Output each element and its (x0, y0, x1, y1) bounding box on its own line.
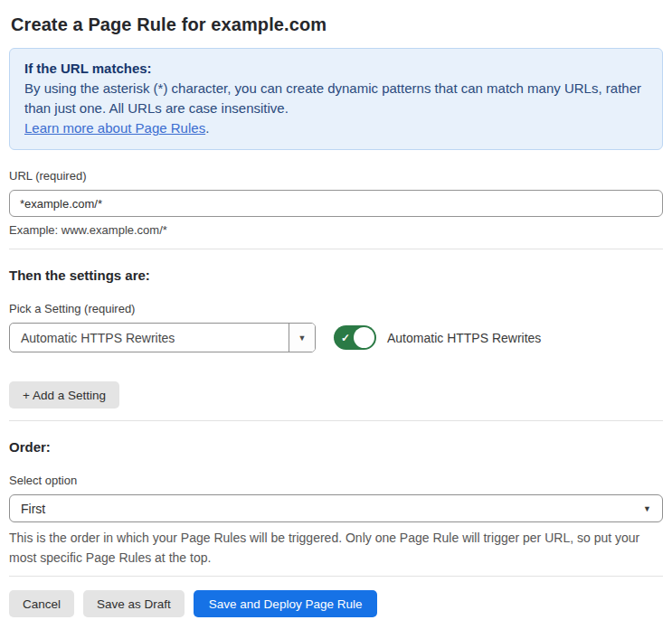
save-deploy-button[interactable]: Save and Deploy Page Rule (194, 590, 378, 617)
divider (9, 576, 663, 577)
info-box-link-line: Learn more about Page Rules. (24, 118, 648, 138)
save-draft-button[interactable]: Save as Draft (83, 590, 185, 617)
url-matches-info-box: If the URL matches: By using the asteris… (9, 48, 663, 150)
order-section-heading: Order: (9, 439, 663, 455)
setting-toggle[interactable]: ✓ (334, 325, 376, 350)
add-setting-button[interactable]: + Add a Setting (9, 381, 119, 409)
setting-row: Automatic HTTPS Rewrites ▼ ✓ Automatic H… (9, 323, 663, 352)
settings-section-heading: Then the settings are: (9, 268, 663, 283)
setting-dropdown-value: Automatic HTTPS Rewrites (10, 324, 289, 352)
action-bar: Cancel Save as Draft Save and Deploy Pag… (9, 590, 663, 617)
chevron-down-icon: ▼ (643, 504, 651, 513)
pick-setting-label: Pick a Setting (required) (9, 302, 663, 315)
order-select-label: Select option (9, 474, 663, 487)
url-field-label: URL (required) (9, 169, 663, 183)
setting-toggle-label: Automatic HTTPS Rewrites (387, 331, 541, 345)
order-help-text: This is the order in which your Page Rul… (9, 528, 663, 568)
divider (9, 249, 663, 249)
toggle-knob (354, 327, 374, 348)
dropdown-arrow-icon[interactable]: ▼ (289, 324, 315, 352)
link-suffix: . (205, 120, 209, 136)
info-box-body: By using the asterisk (*) character, you… (24, 79, 648, 118)
divider (9, 420, 663, 421)
learn-more-link[interactable]: Learn more about Page Rules (24, 120, 205, 136)
url-example-hint: Example: www.example.com/* (9, 223, 663, 237)
url-input[interactable] (9, 190, 663, 217)
page-title: Create a Page Rule for example.com (11, 14, 661, 35)
cancel-button[interactable]: Cancel (9, 590, 74, 617)
order-select[interactable]: First ▼ (9, 494, 663, 522)
order-select-value: First (21, 502, 45, 516)
check-icon: ✓ (341, 333, 350, 343)
setting-dropdown[interactable]: Automatic HTTPS Rewrites ▼ (9, 323, 316, 352)
info-box-heading: If the URL matches: (24, 59, 648, 79)
